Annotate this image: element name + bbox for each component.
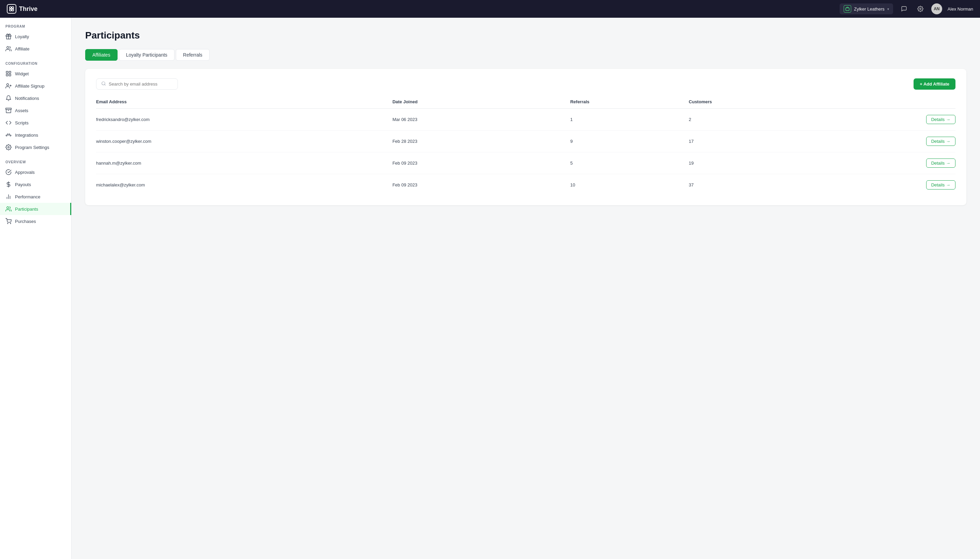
svg-rect-12	[9, 74, 11, 76]
card-toolbar: + Add Affiliate	[96, 78, 955, 89]
sidebar-section-label: OVERVIEW	[0, 154, 71, 166]
svg-rect-9	[6, 71, 8, 73]
sidebar-section-label: PROGRAM	[0, 18, 71, 30]
table-row: fredricksandro@zylker.com Mar 06 2023 1 …	[96, 109, 955, 131]
sidebar-item-scripts[interactable]: Scripts	[0, 117, 71, 129]
cell-customers: 2	[689, 117, 807, 122]
details-button[interactable]: Details →	[926, 137, 955, 146]
sidebar-item-performance[interactable]: Performance	[0, 190, 71, 203]
settings-button[interactable]	[915, 3, 926, 14]
col-actions: Details →	[807, 137, 955, 146]
table-body: fredricksandro@zylker.com Mar 06 2023 1 …	[96, 109, 955, 196]
col-date-header: Date Joined	[393, 99, 571, 104]
layout: PROGRAMLoyaltyAffiliateCONFIGURATIONWidg…	[0, 18, 980, 559]
user-plus-icon	[5, 83, 12, 89]
tab-referrals[interactable]: Referrals	[176, 49, 210, 61]
messages-button[interactable]	[899, 3, 909, 14]
tabs-row: Affiliates Loyalty Participants Referral…	[85, 49, 966, 61]
add-affiliate-button[interactable]: + Add Affiliate	[914, 78, 955, 89]
svg-rect-1	[12, 7, 14, 8]
sidebar-item-payouts[interactable]: Payouts	[0, 178, 71, 190]
settings-icon	[5, 144, 12, 150]
grid-icon	[5, 71, 12, 77]
sidebar-item-program-settings[interactable]: Program Settings	[0, 141, 71, 154]
sidebar: PROGRAMLoyaltyAffiliateCONFIGURATIONWidg…	[0, 18, 71, 559]
sidebar-item-label: Program Settings	[15, 145, 49, 150]
cell-referrals: 5	[570, 160, 689, 165]
sidebar-item-label: Approvals	[15, 170, 35, 175]
svg-rect-16	[6, 108, 12, 109]
sidebar-item-approvals[interactable]: Approvals	[0, 166, 71, 178]
bar-chart-icon	[5, 194, 12, 200]
svg-rect-10	[9, 71, 11, 73]
sidebar-item-label: Affiliate Signup	[15, 84, 45, 89]
sidebar-item-participants[interactable]: Participants	[0, 203, 71, 215]
tab-affiliates[interactable]: Affiliates	[85, 49, 117, 61]
sidebar-item-integrations[interactable]: Integrations	[0, 129, 71, 141]
svg-point-5	[920, 8, 921, 10]
sidebar-item-label: Performance	[15, 194, 40, 199]
sidebar-item-label: Notifications	[15, 96, 39, 101]
cell-referrals: 1	[570, 117, 689, 122]
shopping-cart-icon	[5, 218, 12, 224]
avatar[interactable]: AN	[931, 3, 942, 14]
cell-date: Feb 28 2023	[393, 139, 571, 144]
col-actions-header	[807, 99, 955, 104]
cell-email: hannah.m@zylker.com	[96, 160, 393, 165]
table-row: winston.cooper@zylker.com Feb 28 2023 9 …	[96, 131, 955, 152]
details-button[interactable]: Details →	[926, 180, 955, 190]
search-input[interactable]	[109, 81, 173, 87]
table-row: hannah.m@zylker.com Feb 09 2023 5 19 Det…	[96, 152, 955, 174]
search-wrap[interactable]	[96, 78, 178, 89]
store-icon	[844, 5, 851, 13]
sidebar-item-label: Purchases	[15, 219, 36, 224]
cell-email: michaelalex@zylker.com	[96, 182, 393, 187]
archive-icon	[5, 108, 12, 114]
cell-date: Mar 06 2023	[393, 117, 571, 122]
sidebar-item-purchases[interactable]: Purchases	[0, 215, 71, 227]
app-logo[interactable]: Thrive	[7, 4, 38, 14]
svg-rect-0	[10, 7, 11, 8]
sidebar-item-loyalty[interactable]: Loyalty	[0, 30, 71, 43]
store-selector[interactable]: Zylker Leathers ▾	[840, 3, 893, 14]
topnav: Thrive Zylker Leathers ▾ AN Alex Norman	[0, 0, 980, 18]
col-email-header: Email Address	[96, 99, 393, 104]
store-name: Zylker Leathers	[854, 7, 884, 12]
svg-rect-2	[10, 9, 11, 11]
username: Alex Norman	[948, 7, 973, 12]
sidebar-item-affiliate-signup[interactable]: Affiliate Signup	[0, 80, 71, 92]
svg-line-29	[105, 84, 106, 86]
sidebar-item-notifications[interactable]: Notifications	[0, 92, 71, 104]
details-button[interactable]: Details →	[926, 115, 955, 124]
cell-referrals: 10	[570, 182, 689, 187]
cell-email: fredricksandro@zylker.com	[96, 117, 393, 122]
details-button[interactable]: Details →	[926, 159, 955, 168]
users-group-icon	[5, 206, 12, 212]
sidebar-item-label: Widget	[15, 71, 29, 76]
sidebar-item-label: Affiliate	[15, 46, 29, 51]
svg-point-26	[8, 223, 8, 224]
svg-rect-3	[12, 9, 14, 11]
affiliates-card: + Add Affiliate Email Address Date Joine…	[85, 69, 966, 205]
sidebar-section-label: CONFIGURATION	[0, 55, 71, 68]
main-content: Participants Affiliates Loyalty Particip…	[71, 18, 980, 559]
svg-point-25	[7, 207, 9, 208]
sidebar-item-widget[interactable]: Widget	[0, 68, 71, 80]
tab-loyalty-participants[interactable]: Loyalty Participants	[119, 49, 175, 61]
sidebar-item-label: Loyalty	[15, 34, 29, 39]
sidebar-item-label: Participants	[15, 207, 38, 212]
affiliates-table: Email Address Date Joined Referrals Cust…	[96, 96, 955, 196]
sidebar-item-affiliate[interactable]: Affiliate	[0, 43, 71, 55]
cell-date: Feb 09 2023	[393, 182, 571, 187]
table-header: Email Address Date Joined Referrals Cust…	[96, 96, 955, 109]
svg-point-20	[8, 147, 10, 148]
cell-customers: 17	[689, 139, 807, 144]
gift-icon	[5, 33, 12, 40]
svg-point-8	[7, 46, 9, 48]
plug-icon	[5, 132, 12, 138]
cell-email: winston.cooper@zylker.com	[96, 139, 393, 144]
topnav-right: Zylker Leathers ▾ AN Alex Norman	[840, 3, 973, 14]
sidebar-item-label: Integrations	[15, 132, 38, 138]
sidebar-item-assets[interactable]: Assets	[0, 104, 71, 117]
page-title: Participants	[85, 30, 966, 41]
